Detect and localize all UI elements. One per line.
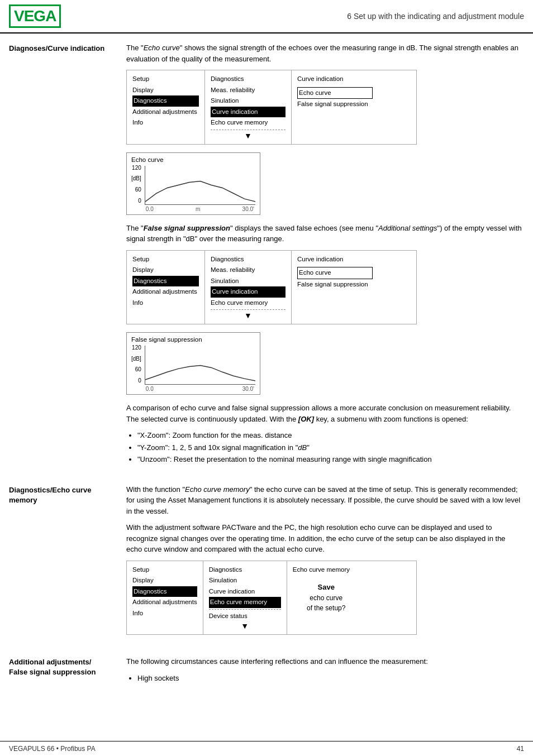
menu-col1-3: Setup Display Diagnostics Additional adj… (127, 561, 203, 635)
section-diagnoses-curve: Diagnoses/Curve indication The "Echo cur… (0, 34, 533, 471)
x-unit: m (196, 206, 200, 212)
menu-col1-1: Setup Display Diagnostics Additional adj… (127, 70, 205, 144)
section3-label: Additional adjustments/ False signal sup… (9, 656, 126, 677)
menu-item: Diagnostics (211, 74, 285, 85)
y-unit: [dB] (131, 356, 141, 362)
menu-item: Setup (132, 564, 197, 576)
menu-item-highlighted: Diagnostics (132, 586, 197, 597)
chart2-area: 0.0 30.0' (145, 344, 255, 392)
menu-item: Info (132, 608, 197, 619)
chart1-graph (145, 166, 255, 205)
menu-col3-2: Curve indication Echo curve False signal… (292, 251, 378, 324)
bullet-item: "X-Zoom": Zoom function for the meas. di… (137, 430, 522, 441)
chart1-area: 0.0 m 30.0' (145, 165, 255, 212)
chart2: False signal suppression 120 [dB] 60 0 (126, 332, 260, 395)
menu-item: Setup (132, 74, 199, 85)
x-start: 0.0 (146, 386, 154, 392)
save-box: Save echo curve of the setup? (293, 577, 360, 618)
menu-item-highlighted: Diagnostics (132, 95, 199, 107)
section1-content: The "Echo curve" shows the signal streng… (126, 42, 522, 471)
content-outer: Diagnoses/Curve indication The "Echo cur… (0, 34, 533, 741)
arrow-down-icon: ▼ (211, 131, 285, 141)
section-echo-curve-memory: Diagnostics/Echo curve memory With the f… (0, 484, 533, 643)
menu-item: Diagnostics (211, 254, 285, 265)
menu-item-highlighted: Echo curve memory (209, 597, 281, 608)
menu-item-highlighted: Curve indication (211, 286, 285, 298)
menu-item: Device status (209, 611, 281, 622)
bullet-item: "Unzoom": Reset the presentation to the … (137, 454, 522, 465)
y-unit: [dB] (131, 175, 141, 181)
section1-para3: A comparison of echo curve and false sig… (126, 403, 522, 424)
chart1-y-axis: 120 [dB] 60 0 (131, 165, 142, 204)
divider (211, 309, 285, 310)
section1-para2: The "False signal suppression" displays … (126, 223, 522, 245)
menu-item: Setup (132, 254, 199, 265)
section-additional-adjustments: Additional adjustments/ False signal sup… (0, 656, 533, 689)
menu-item: Display (132, 265, 199, 276)
y-min: 0 (131, 198, 141, 204)
bullet-item: High sockets (137, 673, 522, 684)
section2-para2: With the adjustment software PACTware an… (126, 522, 522, 555)
chart2-svg (145, 346, 255, 384)
menu-col3-3: Echo curve memory Save echo curve of the… (287, 561, 365, 635)
section2-content: With the function "Echo curve memory" th… (126, 484, 522, 643)
menu-item: Curve indication (209, 586, 281, 597)
menu-col2-3: Diagnostics Sinulation Curve indication … (203, 561, 287, 635)
menu-item: Meas. reliability (211, 85, 285, 96)
menu-diagram-1: Setup Display Diagnostics Additional adj… (126, 70, 417, 145)
arrow-down-icon: ▼ (209, 621, 281, 631)
chart2-y-axis: 120 [dB] 60 0 (131, 344, 142, 384)
chart2-graph (145, 346, 255, 385)
col3-title: Curve indication (297, 74, 373, 85)
menu-item-highlighted: Diagnostics (132, 276, 199, 287)
menu-item-sub-highlighted: Echo curve (297, 267, 373, 279)
menu-item: Display (132, 85, 199, 96)
arrow-down-icon: ▼ (211, 311, 285, 320)
menu-col2-1: Diagnostics Meas. reliability Sinulation… (205, 70, 292, 144)
col3-title: Curve indication (297, 254, 373, 265)
footer-right: 41 (517, 745, 524, 753)
save-title: Save (298, 582, 354, 593)
chart2-x-labels: 0.0 30.0' (145, 386, 255, 392)
menu-diagram-2: Setup Display Diagnostics Additional adj… (126, 250, 417, 325)
chart1-svg (145, 166, 255, 204)
header-title: 6 Set up with the indicating and adjustm… (72, 12, 524, 21)
menu-item: Meas. reliability (211, 265, 285, 276)
page: VEGA 6 Set up with the indicating and ad… (0, 0, 533, 756)
save-line3: of the setup? (298, 603, 354, 613)
divider (209, 609, 281, 610)
menu-item: False signal suppression (297, 279, 373, 290)
footer-left: VEGAPULS 66 • Profibus PA (9, 745, 96, 753)
menu-item-sub-highlighted: Echo curve (297, 87, 373, 99)
menu-col1-2: Setup Display Diagnostics Additional adj… (127, 251, 205, 324)
logo-text: VEGA (14, 7, 56, 25)
menu-item: Info (132, 117, 199, 128)
chart1-x-labels: 0.0 m 30.0' (145, 206, 255, 212)
save-line2: echo curve (298, 593, 354, 603)
section3-para1: The following circumstances cause interf… (126, 656, 522, 667)
section1-label: Diagnoses/Curve indication (9, 42, 126, 54)
section1-bullets: "X-Zoom": Zoom function for the meas. di… (137, 430, 522, 465)
col3-title: Echo curve memory (293, 564, 360, 576)
y-mid: 60 (131, 186, 141, 193)
bullet-item: "Y-Zoom": 1, 2, 5 and 10x signal magnifi… (137, 442, 522, 453)
x-start: 0.0 (146, 206, 154, 212)
menu-item: Info (132, 298, 199, 309)
chart1: Echo curve 120 [dB] 60 0 (126, 152, 260, 215)
menu-item: False signal suppression (297, 99, 373, 110)
section1-para1: The "Echo curve" shows the signal streng… (126, 42, 522, 64)
menu-item: Sinulation (211, 95, 285, 107)
y-mid: 60 (131, 366, 141, 372)
section2-label: Diagnostics/Echo curve memory (9, 484, 126, 505)
menu-item: Sinulation (211, 276, 285, 287)
section2-para1: With the function "Echo curve memory" th… (126, 484, 522, 517)
chart1-title: Echo curve (131, 156, 255, 163)
x-end: 30.0' (242, 206, 254, 212)
menu-item: Echo curve memory (211, 117, 285, 128)
menu-item-highlighted: Curve indication (211, 107, 285, 118)
menu-col3-1: Curve indication Echo curve False signal… (292, 70, 378, 144)
menu-col2-2: Diagnostics Meas. reliability Sinulation… (205, 251, 292, 324)
menu-diagram-3: Setup Display Diagnostics Additional adj… (126, 561, 417, 635)
menu-item: Sinulation (209, 575, 281, 586)
footer: VEGAPULS 66 • Profibus PA 41 (0, 741, 533, 756)
